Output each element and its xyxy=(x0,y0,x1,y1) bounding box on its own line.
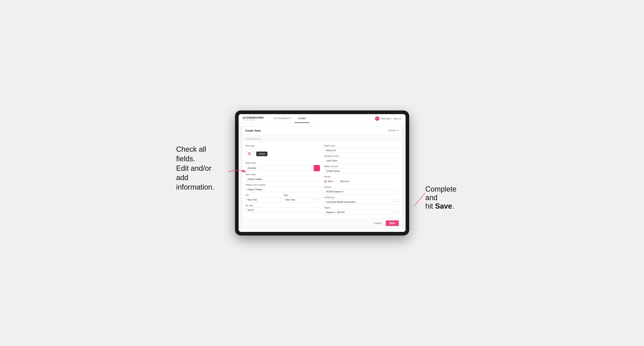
gender-womens-label: Womens xyxy=(340,180,349,182)
section-header: TEAM DETAILS xyxy=(242,135,402,142)
athletic-director-input[interactable] xyxy=(324,168,399,173)
conference-select[interactable]: University Athletic Association xyxy=(324,199,399,204)
brand-sub: Powered by clippd xyxy=(243,119,264,121)
zip-code-input[interactable] xyxy=(245,207,320,213)
annotation-save-bold: Save xyxy=(435,202,452,210)
logo-letter: C xyxy=(248,151,252,157)
state-clear-button[interactable]: × xyxy=(314,198,316,201)
assistant-coach-label: Assistant Coach xyxy=(324,155,399,157)
division-select-group: NCAA Division III ▾ xyxy=(324,189,399,194)
division-select[interactable]: NCAA Division III xyxy=(324,189,399,194)
team-name-group: Team name xyxy=(245,173,320,182)
right-arrow-icon xyxy=(414,192,426,206)
brand-logo: SCOREBOARD Powered by clippd xyxy=(243,116,264,121)
logo-area: C Upload xyxy=(245,148,320,160)
cancel-text: Cancel xyxy=(388,129,396,132)
tablet-device: SCOREBOARD Powered by clippd TOURNAMENTS… xyxy=(235,111,409,235)
gender-group: Gender Mens xyxy=(324,176,399,184)
athletic-director-label: Athletic Director xyxy=(324,165,399,168)
state-select-group: New York × ▾ xyxy=(284,197,320,202)
left-annotation: Check all fields. Edit and/or add inform… xyxy=(176,145,225,192)
team-colour-label: Team colour xyxy=(245,162,320,164)
color-input-group xyxy=(245,165,320,172)
head-coach-group: Head Coach xyxy=(324,145,399,153)
gender-label: Gender xyxy=(324,176,399,178)
state-group: State New York × ▾ xyxy=(284,194,320,202)
conference-clear-button[interactable]: × xyxy=(394,201,394,203)
tab-teams[interactable]: TEAMS xyxy=(294,114,309,123)
region-select[interactable]: Region II - (M) DIII xyxy=(324,210,399,215)
modal-header: Create Team Cancel × xyxy=(242,127,402,135)
main-content: Create Team Cancel × TEAM DETAILS xyxy=(239,126,406,229)
right-annotation: Complete and hit Save. xyxy=(426,185,470,210)
zip-code-group: Zip code xyxy=(245,204,320,213)
annotation-right-line2: hit xyxy=(426,202,433,210)
user-name: Test User | xyxy=(381,117,392,120)
city-label: City xyxy=(245,194,282,196)
display-name-input[interactable] xyxy=(245,187,320,192)
save-button[interactable]: Save xyxy=(386,220,399,226)
annotation-line2: Edit and/or add xyxy=(176,164,212,182)
create-team-modal: Create Team Cancel × TEAM DETAILS xyxy=(242,126,402,229)
team-colour-group: Team colour xyxy=(245,162,320,172)
team-logo-group: Team logo C Upload xyxy=(245,145,320,160)
division-group: Division NCAA Division III ▾ xyxy=(324,186,399,194)
tab-tournaments[interactable]: TOURNAMENTS xyxy=(270,114,294,123)
gender-mens-label: Mens xyxy=(328,180,334,182)
form-body: Team logo C Upload Team colo xyxy=(242,142,402,218)
colour-swatch[interactable] xyxy=(314,165,320,172)
region-group: Region Region II - (M) DIII × ▾ xyxy=(324,207,399,215)
footer-cancel-button[interactable]: Cancel xyxy=(371,220,384,226)
left-arrow-icon xyxy=(227,168,247,176)
form-left: Team logo C Upload Team colo xyxy=(245,145,320,215)
modal-footer: Cancel Save xyxy=(242,218,402,228)
city-state-row: City State New York xyxy=(245,194,320,202)
region-select-group: Region II - (M) DIII × ▾ xyxy=(324,210,399,215)
region-label: Region xyxy=(324,207,399,209)
team-name-input[interactable] xyxy=(245,176,320,182)
conference-group: Conference University Athletic Associati… xyxy=(324,196,399,204)
section-title: TEAM DETAILS xyxy=(245,138,261,140)
division-label: Division xyxy=(324,186,399,188)
assistant-coach-input[interactable] xyxy=(324,158,399,163)
display-name-group: Display name (unique) xyxy=(245,184,320,192)
tablet-screen: SCOREBOARD Powered by clippd TOURNAMENTS… xyxy=(239,114,406,232)
annotation-right-line1: Complete and xyxy=(426,185,456,202)
gender-radio-group: Mens Womens xyxy=(324,179,399,184)
gender-mens-dot xyxy=(325,181,326,182)
city-input[interactable] xyxy=(245,197,282,202)
conference-label: Conference xyxy=(324,196,399,198)
team-logo-label: Team logo xyxy=(245,145,320,147)
brand-name: SCOREBOARD xyxy=(243,116,264,119)
sign-out-link[interactable]: Sign out xyxy=(393,117,401,120)
city-group: City xyxy=(245,194,282,202)
team-name-label: Team name xyxy=(245,173,320,176)
annotation-period: . xyxy=(452,202,454,210)
upload-button[interactable]: Upload xyxy=(256,152,268,156)
display-name-label: Display name (unique) xyxy=(245,184,320,186)
zip-code-label: Zip code xyxy=(245,204,320,207)
gender-womens-option[interactable]: Womens xyxy=(336,180,349,183)
form-right: Head Coach Assistant Coach Athletic Dire… xyxy=(324,145,399,215)
gender-womens-radio[interactable] xyxy=(336,180,339,183)
annotation-line1: Check all fields. xyxy=(176,145,206,163)
conference-select-group: University Athletic Association × ▾ xyxy=(324,199,399,204)
gender-mens-option[interactable]: Mens xyxy=(324,180,334,183)
city-state-group: City State New York xyxy=(245,194,320,202)
region-clear-button[interactable]: × xyxy=(394,211,394,213)
annotation-line3: information. xyxy=(176,183,214,191)
colour-text-input[interactable] xyxy=(245,166,314,171)
modal-close-button[interactable]: Cancel × xyxy=(388,129,399,132)
navbar-right: T Test User | Sign out xyxy=(375,116,402,121)
assistant-coach-group: Assistant Coach xyxy=(324,155,399,163)
nav-tabs: TOURNAMENTS TEAMS xyxy=(270,114,309,123)
gender-mens-radio[interactable] xyxy=(324,180,327,183)
modal-title: Create Team xyxy=(245,129,261,132)
athletic-director-group: Athletic Director xyxy=(324,165,399,173)
close-x-icon: × xyxy=(397,129,399,132)
head-coach-label: Head Coach xyxy=(324,145,399,147)
app-navbar: SCOREBOARD Powered by clippd TOURNAMENTS… xyxy=(239,114,406,123)
state-label: State xyxy=(284,194,320,196)
head-coach-input[interactable] xyxy=(324,148,399,153)
user-avatar: T xyxy=(375,116,380,121)
